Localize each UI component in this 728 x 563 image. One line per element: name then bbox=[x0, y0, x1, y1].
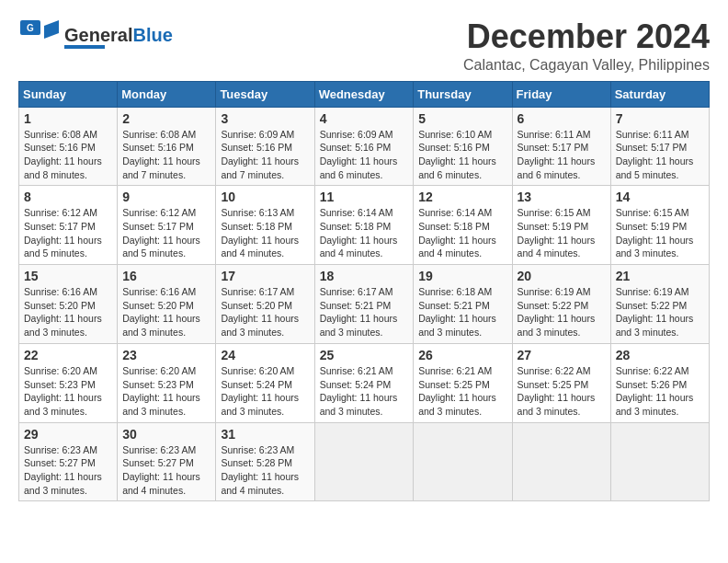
table-row: 20 Sunrise: 6:19 AM Sunset: 5:22 PM Dayl… bbox=[512, 265, 610, 344]
sunrise-label: Sunrise: 6:15 AM bbox=[518, 207, 591, 218]
daylight-label: Daylight: 11 hours and 3 minutes. bbox=[24, 471, 102, 496]
day-number: 29 bbox=[24, 427, 112, 442]
day-info: Sunrise: 6:21 AM Sunset: 5:25 PM Dayligh… bbox=[418, 364, 506, 419]
daylight-label: Daylight: 11 hours and 3 minutes. bbox=[24, 392, 102, 417]
sunrise-label: Sunrise: 6:09 AM bbox=[221, 129, 294, 140]
col-friday: Friday bbox=[512, 81, 610, 107]
calendar-header-row: Sunday Monday Tuesday Wednesday Thursday… bbox=[19, 81, 710, 107]
day-number: 12 bbox=[418, 190, 506, 204]
day-number: 16 bbox=[122, 269, 210, 283]
daylight-label: Daylight: 11 hours and 3 minutes. bbox=[418, 392, 496, 417]
table-row: 25 Sunrise: 6:21 AM Sunset: 5:24 PM Dayl… bbox=[314, 343, 414, 422]
day-number: 15 bbox=[24, 269, 112, 283]
sunset-label: Sunset: 5:21 PM bbox=[320, 300, 392, 311]
col-tuesday: Tuesday bbox=[216, 81, 314, 107]
table-row: 11 Sunrise: 6:14 AM Sunset: 5:18 PM Dayl… bbox=[314, 186, 414, 265]
sunset-label: Sunset: 5:22 PM bbox=[616, 300, 688, 311]
sunset-label: Sunset: 5:18 PM bbox=[221, 221, 292, 232]
daylight-label: Daylight: 11 hours and 8 minutes. bbox=[24, 155, 102, 180]
sunrise-label: Sunrise: 6:23 AM bbox=[24, 444, 97, 455]
table-row: 6 Sunrise: 6:11 AM Sunset: 5:17 PM Dayli… bbox=[512, 107, 610, 186]
day-number: 10 bbox=[221, 190, 309, 204]
daylight-label: Daylight: 11 hours and 6 minutes. bbox=[518, 155, 596, 180]
sunset-label: Sunset: 5:28 PM bbox=[221, 457, 292, 468]
sunrise-label: Sunrise: 6:20 AM bbox=[122, 365, 196, 376]
day-number: 26 bbox=[418, 348, 506, 362]
day-number: 23 bbox=[122, 348, 210, 362]
day-number: 24 bbox=[221, 348, 309, 362]
header: G GeneralBlue December 2024 Calantac, Ca… bbox=[18, 18, 710, 74]
table-row: 14 Sunrise: 6:15 AM Sunset: 5:19 PM Dayl… bbox=[610, 186, 709, 265]
daylight-label: Daylight: 11 hours and 4 minutes. bbox=[320, 235, 398, 259]
day-info: Sunrise: 6:22 AM Sunset: 5:26 PM Dayligh… bbox=[616, 364, 704, 419]
table-row: 9 Sunrise: 6:12 AM Sunset: 5:17 PM Dayli… bbox=[118, 186, 216, 265]
table-row: 15 Sunrise: 6:16 AM Sunset: 5:20 PM Dayl… bbox=[19, 265, 118, 344]
sunrise-label: Sunrise: 6:13 AM bbox=[221, 207, 294, 218]
sunset-label: Sunset: 5:19 PM bbox=[518, 221, 589, 232]
col-monday: Monday bbox=[118, 81, 216, 107]
logo-general: General bbox=[64, 25, 132, 45]
table-row: 2 Sunrise: 6:08 AM Sunset: 5:16 PM Dayli… bbox=[118, 107, 216, 186]
table-row bbox=[512, 422, 610, 501]
sunrise-label: Sunrise: 6:16 AM bbox=[122, 286, 196, 297]
day-number: 7 bbox=[616, 111, 704, 126]
logo-blue: Blue bbox=[132, 25, 172, 45]
table-row bbox=[610, 422, 709, 501]
sunset-label: Sunset: 5:19 PM bbox=[616, 221, 688, 232]
sunset-label: Sunset: 5:25 PM bbox=[418, 379, 490, 390]
sunrise-label: Sunrise: 6:20 AM bbox=[24, 365, 97, 376]
sunrise-label: Sunrise: 6:23 AM bbox=[221, 444, 294, 455]
table-row: 30 Sunrise: 6:23 AM Sunset: 5:27 PM Dayl… bbox=[118, 422, 216, 501]
sunrise-label: Sunrise: 6:08 AM bbox=[122, 129, 196, 140]
sunrise-label: Sunrise: 6:17 AM bbox=[221, 286, 294, 297]
sunset-label: Sunset: 5:17 PM bbox=[616, 142, 688, 153]
daylight-label: Daylight: 11 hours and 3 minutes. bbox=[221, 313, 299, 338]
table-row: 24 Sunrise: 6:20 AM Sunset: 5:24 PM Dayl… bbox=[216, 343, 314, 422]
day-number: 19 bbox=[418, 269, 506, 283]
logo-icon: G bbox=[18, 18, 63, 55]
day-number: 11 bbox=[320, 190, 409, 204]
sunrise-label: Sunrise: 6:12 AM bbox=[122, 207, 196, 218]
calendar-week-row: 8 Sunrise: 6:12 AM Sunset: 5:17 PM Dayli… bbox=[19, 186, 710, 265]
table-row: 21 Sunrise: 6:19 AM Sunset: 5:22 PM Dayl… bbox=[610, 265, 709, 344]
table-row: 19 Sunrise: 6:18 AM Sunset: 5:21 PM Dayl… bbox=[414, 265, 512, 344]
sunset-label: Sunset: 5:17 PM bbox=[518, 142, 589, 153]
sunrise-label: Sunrise: 6:18 AM bbox=[418, 286, 492, 297]
svg-marker-2 bbox=[44, 20, 59, 39]
day-info: Sunrise: 6:14 AM Sunset: 5:18 PM Dayligh… bbox=[320, 206, 409, 260]
day-info: Sunrise: 6:19 AM Sunset: 5:22 PM Dayligh… bbox=[518, 285, 606, 339]
daylight-label: Daylight: 11 hours and 3 minutes. bbox=[122, 392, 200, 417]
sunrise-label: Sunrise: 6:22 AM bbox=[518, 365, 591, 376]
daylight-label: Daylight: 11 hours and 5 minutes. bbox=[24, 235, 102, 259]
day-info: Sunrise: 6:23 AM Sunset: 5:27 PM Dayligh… bbox=[24, 443, 112, 498]
daylight-label: Daylight: 11 hours and 3 minutes. bbox=[24, 313, 102, 338]
sunrise-label: Sunrise: 6:19 AM bbox=[616, 286, 689, 297]
sunrise-label: Sunrise: 6:14 AM bbox=[320, 207, 393, 218]
table-row: 27 Sunrise: 6:22 AM Sunset: 5:25 PM Dayl… bbox=[512, 343, 610, 422]
sunset-label: Sunset: 5:22 PM bbox=[518, 300, 589, 311]
calendar-week-row: 22 Sunrise: 6:20 AM Sunset: 5:23 PM Dayl… bbox=[19, 343, 710, 422]
day-info: Sunrise: 6:14 AM Sunset: 5:18 PM Dayligh… bbox=[418, 206, 506, 260]
sunset-label: Sunset: 5:16 PM bbox=[418, 142, 490, 153]
sunset-label: Sunset: 5:18 PM bbox=[418, 221, 490, 232]
day-info: Sunrise: 6:20 AM Sunset: 5:23 PM Dayligh… bbox=[122, 364, 210, 419]
day-number: 27 bbox=[518, 348, 606, 362]
day-info: Sunrise: 6:15 AM Sunset: 5:19 PM Dayligh… bbox=[616, 206, 704, 260]
day-info: Sunrise: 6:12 AM Sunset: 5:17 PM Dayligh… bbox=[24, 206, 112, 260]
table-row: 4 Sunrise: 6:09 AM Sunset: 5:16 PM Dayli… bbox=[314, 107, 414, 186]
sunrise-label: Sunrise: 6:10 AM bbox=[418, 129, 492, 140]
daylight-label: Daylight: 11 hours and 5 minutes. bbox=[122, 235, 200, 259]
day-info: Sunrise: 6:11 AM Sunset: 5:17 PM Dayligh… bbox=[616, 128, 704, 182]
daylight-label: Daylight: 11 hours and 4 minutes. bbox=[518, 235, 596, 259]
day-info: Sunrise: 6:09 AM Sunset: 5:16 PM Dayligh… bbox=[320, 128, 409, 182]
daylight-label: Daylight: 11 hours and 4 minutes. bbox=[221, 471, 299, 496]
daylight-label: Daylight: 11 hours and 6 minutes. bbox=[320, 155, 398, 180]
day-number: 22 bbox=[24, 348, 112, 362]
col-saturday: Saturday bbox=[610, 81, 709, 107]
day-info: Sunrise: 6:22 AM Sunset: 5:25 PM Dayligh… bbox=[518, 364, 606, 419]
day-info: Sunrise: 6:20 AM Sunset: 5:24 PM Dayligh… bbox=[221, 364, 309, 419]
day-number: 6 bbox=[518, 111, 606, 126]
day-number: 28 bbox=[616, 348, 704, 362]
day-info: Sunrise: 6:15 AM Sunset: 5:19 PM Dayligh… bbox=[518, 206, 606, 260]
daylight-label: Daylight: 11 hours and 3 minutes. bbox=[320, 313, 398, 338]
